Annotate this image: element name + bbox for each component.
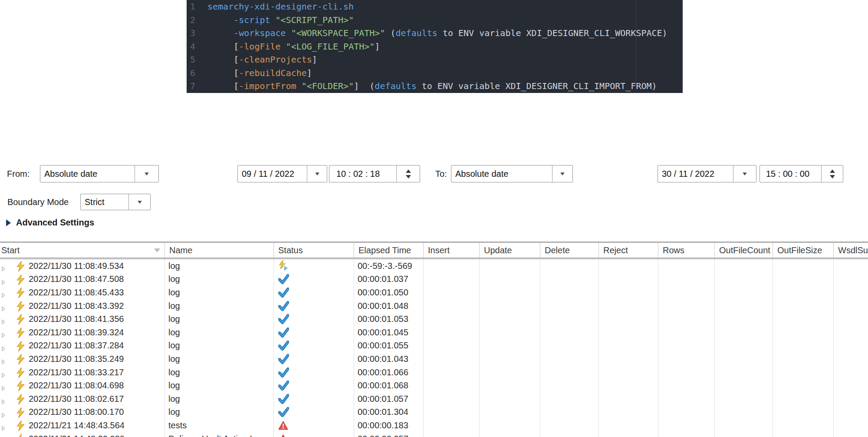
to-type-select[interactable]: Absolute date [451, 165, 573, 182]
session-row[interactable]: 2022/11/30 11:08:02.617log 00:00:01.057 [0, 392, 868, 406]
expand-chevron-icon[interactable] [2, 319, 5, 324]
to-date-input[interactable]: 30 / 11 / 2022 [658, 165, 756, 182]
column-header-name[interactable]: Name [165, 243, 274, 258]
column-header-wsdlsu[interactable]: WsdlSu [834, 243, 868, 258]
expand-chevron-icon[interactable] [2, 293, 5, 298]
status-success-icon [278, 314, 289, 324]
expand-chevron-icon[interactable] [2, 346, 5, 351]
cell-insert [424, 273, 480, 286]
cell-name-value: log [165, 381, 180, 391]
advanced-settings-toggle[interactable]: Advanced Settings [6, 218, 94, 228]
cell-status [274, 273, 354, 286]
from-date-input[interactable]: 09 / 11 / 2022 [237, 165, 327, 182]
cell-outfilecount [715, 406, 773, 419]
code-line: 4 [-logFile "<LOG_FILE_PATH>"] [187, 40, 683, 53]
boundary-mode-dropdown-button[interactable] [128, 194, 150, 210]
cell-name: log [165, 379, 274, 392]
column-header-reject[interactable]: Reject [599, 243, 658, 258]
expand-chevron-icon[interactable] [2, 280, 5, 285]
from-date-dropdown-button[interactable] [307, 166, 327, 182]
column-header-status[interactable]: Status [274, 243, 354, 258]
column-header-rows[interactable]: Rows [658, 243, 715, 258]
line-number: 7 [188, 79, 195, 93]
column-header-outfilecount[interactable]: OutFileCount [715, 243, 773, 258]
code-line: 5 [-cleanProjects] [187, 53, 683, 66]
cell-update [480, 406, 540, 419]
to-time-input[interactable]: 15 : 00 : 00 [760, 165, 843, 182]
cell-update [480, 379, 540, 392]
cell-name: log [165, 339, 274, 353]
cell-wsdl [834, 392, 868, 406]
session-row[interactable]: 2022/11/30 11:08:04.698log 00:00:01.068 [0, 379, 868, 392]
status-running-icon [278, 260, 290, 272]
chevron-down-icon [145, 172, 149, 175]
column-header-update[interactable]: Update [480, 243, 540, 258]
session-row[interactable]: 2022/11/30 11:08:00.170log 00:00:01.304 [0, 406, 868, 419]
cell-reject [599, 379, 658, 392]
cell-outfilesize [773, 379, 834, 392]
cell-elapsed-time: 00:00:01.055 [354, 339, 424, 353]
session-start-time: 2022/11/30 11:08:47.508 [29, 274, 124, 284]
cell-name: tests [165, 419, 274, 432]
cell-elapsed-time-value: 00:00:01.304 [354, 407, 408, 417]
column-header-outfilesize[interactable]: OutFileSize [773, 243, 834, 258]
code-lines: 1semarchy-xdi-designer-cli.sh2 -script "… [187, 0, 683, 93]
session-row[interactable]: 2022/11/21 14:48:39.080Delivery Vault Ac… [0, 432, 868, 437]
cell-outfilecount [715, 326, 773, 339]
session-row[interactable]: 2022/11/30 11:08:33.217log 00:00:01.066 [0, 366, 868, 379]
session-row[interactable]: 2022/11/21 14:48:43.564tests 00:00:00.18… [0, 419, 868, 432]
expand-chevron-icon[interactable] [2, 373, 5, 378]
expand-chevron-icon[interactable] [2, 266, 5, 271]
from-type-dropdown-button[interactable] [135, 166, 158, 182]
cell-elapsed-time-value: 00:-59:-3.-569 [354, 261, 412, 271]
expand-chevron-icon[interactable] [2, 399, 5, 404]
session-start-time: 2022/11/30 11:08:45.433 [29, 288, 124, 298]
session-row[interactable]: 2022/11/30 11:08:35.249log 00:00:01.043 [0, 352, 868, 366]
cell-insert [424, 259, 480, 273]
expand-chevron-icon[interactable] [2, 306, 5, 311]
column-header-insert[interactable]: Insert [424, 243, 480, 258]
cell-wsdl [834, 432, 868, 437]
cell-insert [424, 312, 480, 326]
column-header-label: Start [0, 245, 20, 255]
to-date-dropdown-button[interactable] [733, 166, 756, 182]
session-row[interactable]: 2022/11/30 11:08:43.392log 00:00:01.048 [0, 299, 868, 313]
cell-insert [424, 432, 480, 437]
session-row[interactable]: 2022/11/30 11:08:39.324log 00:00:01.045 [0, 326, 868, 339]
to-type-dropdown-button[interactable] [552, 166, 572, 182]
column-header-label: Status [274, 245, 303, 255]
cell-outfilesize [773, 299, 834, 313]
cell-update [480, 259, 540, 273]
expand-chevron-icon[interactable] [2, 413, 5, 418]
expand-chevron-icon[interactable] [2, 359, 5, 364]
column-header-elapsed-time[interactable]: Elapsed Time [354, 243, 424, 258]
cell-status [274, 379, 354, 392]
column-header-start[interactable]: Start [0, 243, 165, 258]
expand-chevron-icon[interactable] [2, 333, 5, 338]
session-row[interactable]: 2022/11/30 11:08:37.284log 00:00:01.055 [0, 339, 868, 353]
to-time-value: 15 : 00 : 00 [760, 169, 821, 179]
session-row[interactable]: 2022/11/30 11:08:41.356log 00:00:01.053 [0, 312, 868, 326]
cell-update [480, 366, 540, 379]
expand-chevron-icon[interactable] [2, 426, 5, 431]
from-time-stepper[interactable] [396, 166, 420, 182]
to-time-stepper[interactable] [821, 166, 843, 182]
cell-delete [540, 259, 599, 273]
cell-outfilecount [715, 432, 773, 437]
cell-outfilecount [715, 352, 773, 366]
session-row[interactable]: 2022/11/30 11:08:45.433log 00:00:01.050 [0, 286, 868, 299]
to-date-value: 30 / 11 / 2022 [658, 169, 733, 179]
from-time-input[interactable]: 10 : 02 : 18 [329, 165, 420, 182]
column-header-delete[interactable]: Delete [540, 243, 599, 258]
cell-reject [599, 299, 658, 313]
cell-start: 2022/11/30 11:08:04.698 [0, 379, 165, 392]
expand-chevron-icon[interactable] [2, 386, 5, 391]
cell-wsdl [834, 326, 868, 339]
cell-status [274, 339, 354, 353]
cell-start: 2022/11/30 11:08:41.356 [0, 312, 165, 326]
session-row[interactable]: 2022/11/30 11:08:47.508log 00:00:01.037 [0, 273, 868, 286]
from-type-select[interactable]: Absolute date [40, 165, 159, 182]
to-label: To: [435, 165, 447, 182]
boundary-mode-select[interactable]: Strict [80, 194, 151, 210]
session-row[interactable]: 2022/11/30 11:08:49.534log 00:-59:-3.-56… [0, 259, 868, 273]
